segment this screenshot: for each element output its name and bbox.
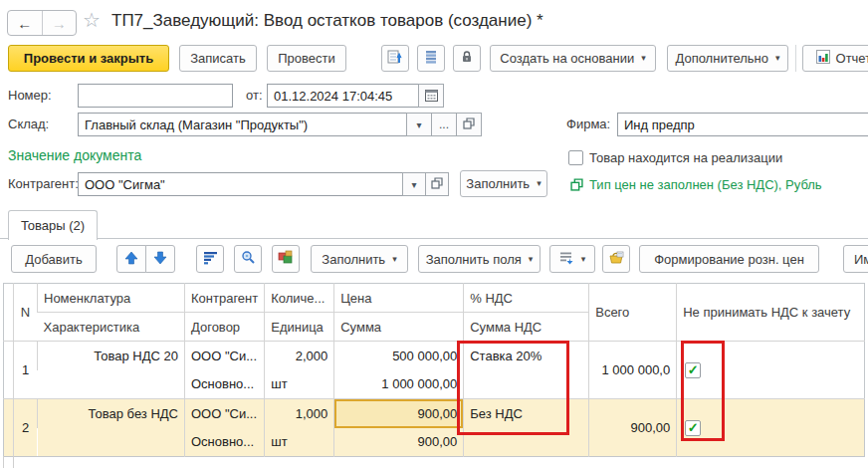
lock-icon: [460, 50, 474, 67]
cell-total[interactable]: 1 000 000,0: [589, 342, 677, 399]
cell-quantity[interactable]: 1,000: [265, 399, 334, 428]
warehouse-dropdown-button[interactable]: ▾: [406, 113, 432, 136]
cell-sum[interactable]: 900,00: [334, 428, 464, 457]
move-row-up-button[interactable]: [116, 245, 146, 273]
col-header-vat-sum: Сумма НДС: [464, 313, 589, 342]
fill-table-button[interactable]: Заполнить ▾: [311, 245, 408, 273]
cell-n[interactable]: 2: [14, 399, 38, 457]
favorite-star-icon[interactable]: ☆: [83, 8, 101, 32]
cell-sum[interactable]: 1 000 000,00: [334, 370, 464, 399]
ellipsis-icon: ...: [439, 117, 449, 131]
date-input[interactable]: [267, 84, 419, 108]
move-row-down-button[interactable]: [145, 245, 175, 273]
calendar-icon: [425, 89, 438, 104]
cell-price-current[interactable]: 900,00: [334, 399, 464, 428]
cell-price[interactable]: 500 000,00: [334, 342, 464, 370]
create-based-on-button[interactable]: Создать на основании ▾: [490, 45, 656, 72]
number-input[interactable]: [78, 84, 233, 108]
cell-quantity[interactable]: 2,000: [265, 342, 334, 370]
col-header-quantity: Количе...: [265, 284, 334, 313]
lock-button[interactable]: [453, 45, 481, 72]
cell-contract[interactable]: Основно...: [185, 428, 265, 457]
write-button[interactable]: Записать: [179, 45, 257, 72]
chevron-down-icon: ▾: [537, 179, 542, 188]
post-and-close-button[interactable]: Провести и закрыть: [8, 45, 169, 72]
goods-boxes-icon: [278, 250, 294, 268]
retail-prices-button[interactable]: Формирование розн. цен: [639, 245, 819, 273]
cell-nomenclature[interactable]: Товар без НДС: [38, 399, 185, 428]
table-row: 1 Товар НДС 20 ООО "Си... 2,000 500 000,…: [4, 342, 865, 370]
cell-no-vat-offset: ✓: [677, 342, 865, 399]
products-table: N Номенклатура Контрагент Количе... Цена…: [3, 283, 865, 457]
post-document-icon: [387, 49, 403, 68]
price-type-open-icon[interactable]: [570, 178, 583, 194]
price-type-message-link[interactable]: Тип цен не заполнен (Без НДС), Рубль: [589, 177, 822, 192]
col-header-vat-percent: % НДС: [464, 284, 589, 313]
col-header-contractor: Контрагент: [185, 284, 265, 313]
page-title: ТП7_Заведующий: Ввод остатков товаров (с…: [111, 11, 543, 31]
cell-n[interactable]: 1: [14, 342, 38, 399]
table-row-selected: 2 Товар без НДС ООО "Си... 1,000 900,00 …: [4, 399, 865, 428]
no-vat-offset-checkbox[interactable]: ✓: [685, 362, 701, 378]
contractor-label: Контрагент:: [8, 172, 79, 196]
fill-fields-button[interactable]: Заполнить поля ▾: [418, 245, 541, 273]
back-icon[interactable]: ←: [8, 11, 43, 35]
firm-label: Фирма:: [566, 113, 610, 136]
cell-characteristic[interactable]: [38, 428, 185, 457]
tab-products[interactable]: Товары (2): [8, 210, 98, 240]
import-button[interactable]: Им: [843, 245, 868, 273]
firm-input[interactable]: [617, 113, 868, 136]
cell-vat-sum[interactable]: [464, 370, 589, 399]
list-download-icon: [559, 251, 574, 268]
sort-bars-icon: [203, 251, 218, 268]
chevron-down-icon: ▾: [641, 54, 646, 63]
col-header-total: Всего: [589, 284, 677, 342]
cell-vat[interactable]: Без НДС: [464, 399, 589, 428]
cell-nomenclature[interactable]: Товар НДС 20: [38, 342, 185, 370]
cell-vat[interactable]: Ставка 20%: [464, 342, 589, 370]
row-marker-gutter: [4, 284, 14, 342]
contractor-open-button[interactable]: [425, 172, 449, 196]
warehouse-input[interactable]: [78, 113, 407, 136]
warehouse-choose-button[interactable]: ...: [431, 113, 457, 136]
more-actions-button[interactable]: Дополнительно ▾: [667, 45, 788, 72]
cell-no-vat-offset: ✓: [677, 399, 865, 457]
open-link-icon: [431, 177, 443, 191]
chevron-down-icon: ▾: [411, 179, 416, 190]
arrow-up-icon: [124, 251, 138, 268]
cell-characteristic[interactable]: [38, 370, 185, 399]
history-nav-group: ← →: [7, 10, 77, 36]
search-icon: [241, 250, 256, 268]
forward-icon[interactable]: →: [43, 11, 77, 35]
calendar-button[interactable]: [418, 84, 444, 108]
cell-contractor[interactable]: ООО "Си...: [185, 342, 265, 370]
row-marker-cell: [4, 342, 14, 399]
list-output-button[interactable]: ▾: [549, 245, 595, 273]
add-row-button[interactable]: Добавить: [11, 245, 97, 273]
reports-button[interactable]: Отчеты: [802, 45, 868, 72]
col-header-no-vat-offset: Не принимать НДС к зачету: [677, 284, 865, 342]
goods-picking-button[interactable]: [272, 245, 300, 273]
cell-total[interactable]: 900,00: [589, 399, 677, 457]
contractor-dropdown-button[interactable]: ▾: [402, 172, 426, 196]
section-title: Значение документа: [8, 147, 141, 163]
consignment-checkbox[interactable]: [568, 150, 583, 165]
registers-button[interactable]: [417, 45, 445, 72]
sort-list-button[interactable]: [196, 245, 224, 273]
cell-contract[interactable]: Основно...: [185, 370, 265, 399]
col-header-nomenclature: Номенклатура: [38, 284, 185, 313]
fill-button[interactable]: Заполнить ▾: [460, 170, 547, 197]
chevron-down-icon: ▾: [392, 255, 397, 264]
post-document-button[interactable]: [381, 45, 409, 72]
basket-button[interactable]: [602, 245, 630, 273]
post-button[interactable]: Провести: [267, 45, 346, 72]
cell-contractor[interactable]: ООО "Си...: [185, 399, 265, 428]
warehouse-open-button[interactable]: [456, 113, 482, 136]
cell-unit[interactable]: шт: [265, 370, 334, 399]
cell-vat-sum[interactable]: [464, 428, 589, 457]
cell-unit[interactable]: шт: [265, 428, 334, 457]
contractor-input[interactable]: [78, 172, 403, 196]
search-settings-button[interactable]: [234, 245, 262, 273]
no-vat-offset-checkbox[interactable]: ✓: [685, 420, 701, 436]
col-header-characteristic: Характеристика: [38, 313, 185, 342]
